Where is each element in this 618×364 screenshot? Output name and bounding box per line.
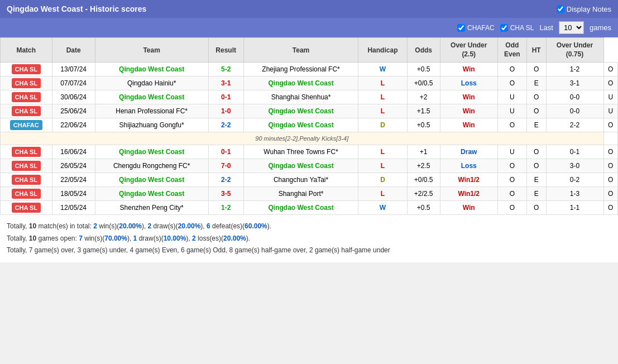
result-cell: L — [358, 90, 407, 104]
ht-cell: 2-2 — [546, 118, 603, 132]
score-cell: 7-0 — [208, 159, 243, 173]
chafac-label: CHAFAC — [467, 24, 495, 32]
odd-even-cell: O — [526, 145, 546, 159]
badge-cell: CHA SL — [1, 90, 52, 104]
ht-cell: 1-1 — [546, 201, 603, 215]
odd-even-cell: E — [526, 187, 546, 201]
chasl-filter[interactable]: CHA SL — [500, 24, 534, 32]
result-cell: L — [358, 104, 407, 118]
odds-cell: Win — [440, 90, 497, 104]
over-under2-cell: O — [603, 201, 618, 215]
match-badge: CHAFAC — [10, 120, 42, 130]
result-cell: L — [358, 76, 407, 90]
team-home-cell: Henan Professional FC* — [95, 104, 208, 118]
odd-even-cell: O — [526, 63, 546, 76]
score-cell: 5-2 — [208, 63, 243, 76]
odd-even-cell: O — [526, 159, 546, 173]
summary-draws: 2 — [148, 222, 152, 230]
team-away-cell: Qingdao West Coast — [243, 118, 358, 132]
date-cell: 12/05/24 — [52, 201, 95, 215]
summary-wins-pct: 20.00% — [119, 222, 142, 230]
summary-open-wins: 7 — [79, 234, 83, 242]
result-cell: W — [358, 63, 407, 76]
score-cell: 0-1 — [208, 90, 243, 104]
team-away-cell: Zhejiang Professional FC* — [243, 63, 358, 76]
score-cell: 3-5 — [208, 187, 243, 201]
col-odds: Odds — [407, 38, 440, 63]
table-row: CHA SL 30/06/24 Qingdao West Coast 0-1 S… — [1, 90, 618, 104]
match-badge: CHA SL — [12, 175, 41, 185]
table-row: CHA SL 07/07/24 Qingdao Hainiu* 3-1 Qing… — [1, 76, 618, 90]
ht-cell: 0-0 — [546, 90, 603, 104]
handicap-cell: +2 — [407, 90, 440, 104]
col-team-away: Team — [243, 38, 358, 63]
team-home-cell: Chengdu Rongcheng FC* — [95, 159, 208, 173]
ht-cell: 1-3 — [546, 187, 603, 201]
result-cell: L — [358, 159, 407, 173]
odd-even-cell: E — [526, 76, 546, 90]
over-under-cell: O — [497, 118, 526, 132]
date-cell: 22/05/24 — [52, 173, 95, 187]
result-cell: D — [358, 173, 407, 187]
match-badge: CHA SL — [12, 147, 41, 157]
match-badge: CHA SL — [12, 189, 41, 199]
summary-draws-pct: 20.00% — [178, 222, 201, 230]
odds-cell: Win — [440, 104, 497, 118]
badge-cell: CHA SL — [1, 159, 52, 173]
badge-cell: CHA SL — [1, 76, 52, 90]
odd-even-cell: E — [526, 173, 546, 187]
summary-section: Totally, 10 match(es) in total: 2 win(s)… — [0, 215, 618, 262]
ht-cell: 1-2 — [546, 63, 603, 76]
summary-line3: Totally, 7 game(s) over, 3 game(s) under… — [7, 245, 611, 257]
date-cell: 26/05/24 — [52, 159, 95, 173]
over-under2-cell: O — [603, 173, 618, 187]
page-title: Qingdao West Coast - Historic scores — [7, 4, 146, 13]
match-badge: CHA SL — [12, 106, 41, 116]
odd-even-cell: O — [526, 104, 546, 118]
ht-cell: 3-1 — [546, 76, 603, 90]
over-under-cell: O — [497, 201, 526, 215]
display-notes-input[interactable] — [557, 5, 564, 13]
date-cell: 22/06/24 — [52, 118, 95, 132]
badge-cell: CHA SL — [1, 173, 52, 187]
table-header-row: Match Date Team Result Team Handicap Odd… — [1, 38, 618, 63]
date-cell: 16/06/24 — [52, 145, 95, 159]
last-label: Last — [539, 23, 553, 32]
col-date: Date — [52, 38, 95, 63]
summary-open-wins-pct: 70.00% — [104, 234, 127, 242]
games-select[interactable]: 10 20 30 — [559, 21, 584, 34]
page-header: Qingdao West Coast - Historic scores Dis… — [0, 0, 618, 18]
odds-cell: Loss — [440, 76, 497, 90]
team-away-cell: Qingdao West Coast — [243, 104, 358, 118]
over-under2-cell: O — [603, 187, 618, 201]
over-under-cell: O — [497, 159, 526, 173]
summary-line2: Totally, 10 games open: 7 win(s)(70.00%)… — [7, 233, 611, 245]
team-away-cell: Qingdao West Coast — [243, 76, 358, 90]
summary-open-losses-pct: 20.00% — [223, 234, 246, 242]
over-under-cell: O — [497, 76, 526, 90]
score-cell: 1-0 — [208, 104, 243, 118]
table-row: CHA SL 13/07/24 Qingdao West Coast 5-2 Z… — [1, 63, 618, 76]
display-notes-checkbox[interactable]: Display Notes — [557, 5, 611, 13]
over-under2-cell: O — [603, 63, 618, 76]
odds-cell: Win1/2 — [440, 187, 497, 201]
badge-cell: CHA SL — [1, 63, 52, 76]
odds-cell: Win — [440, 118, 497, 132]
odd-even-cell: E — [526, 118, 546, 132]
badge-cell: CHA SL — [1, 104, 52, 118]
team-home-cell: Qingdao West Coast — [95, 145, 208, 159]
chasl-checkbox[interactable] — [500, 24, 508, 32]
match-badge: CHA SL — [12, 78, 41, 88]
match-badge: CHA SL — [12, 203, 41, 213]
result-cell: W — [358, 201, 407, 215]
badge-cell: CHA SL — [1, 201, 52, 215]
chafac-checkbox[interactable] — [457, 24, 465, 32]
over-under2-cell: O — [603, 159, 618, 173]
team-away-cell: Changchun YaTai* — [243, 173, 358, 187]
chafac-filter[interactable]: CHAFAC — [457, 24, 495, 32]
team-home-cell: Qingdao Hainiu* — [95, 76, 208, 90]
score-cell: 0-1 — [208, 145, 243, 159]
ht-cell: 0-2 — [546, 173, 603, 187]
badge-cell: CHA SL — [1, 187, 52, 201]
table-row: CHA SL 22/05/24 Qingdao West Coast 2-2 C… — [1, 173, 618, 187]
